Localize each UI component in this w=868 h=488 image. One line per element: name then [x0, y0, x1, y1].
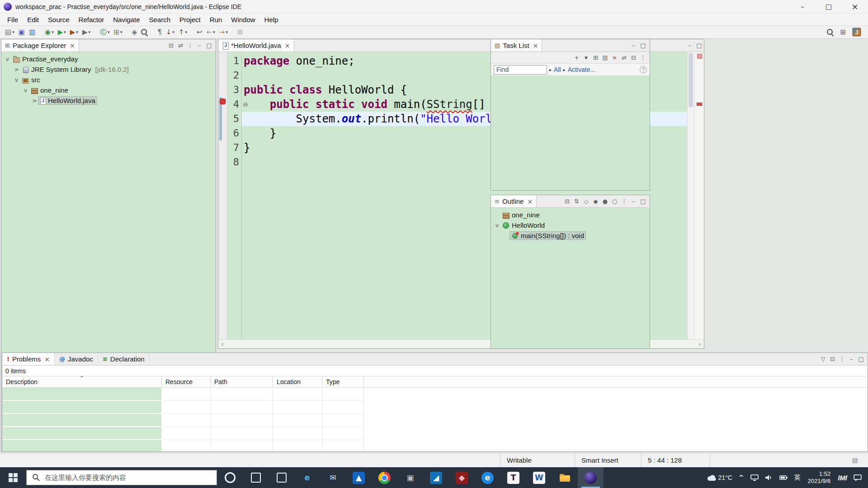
menu-item-window[interactable]: Window	[226, 14, 259, 25]
new-task-caret-icon[interactable]: ▾	[581, 54, 591, 61]
pkg-tree-item-one-nine[interactable]: vone_nine	[1, 85, 216, 95]
toolbar-search-button[interactable]	[826, 27, 835, 38]
tab-declaration[interactable]: ≡Declaration	[98, 353, 150, 365]
outline-item-main-sstring-void[interactable]: main(SString[]) : void	[491, 230, 650, 241]
view-menu-icon[interactable]: ⋮	[619, 198, 629, 205]
next-annotation-button[interactable]: ↓▾	[165, 27, 176, 38]
line-number[interactable]: 7	[227, 141, 241, 155]
maximize-panel-icon[interactable]: □	[638, 198, 648, 205]
line-number[interactable]: 2	[227, 68, 241, 83]
action-center-button[interactable]	[850, 467, 865, 488]
taskbar-app-eclipse[interactable]	[578, 467, 604, 488]
resource-column-header[interactable]: Resource	[162, 376, 211, 387]
hidden-icons-button[interactable]: ^	[736, 467, 747, 488]
open-perspective-button[interactable]: ⊞	[839, 27, 847, 38]
menu-item-navigate[interactable]: Navigate	[108, 14, 144, 25]
close-editor-tab-icon[interactable]: ×	[285, 42, 290, 49]
debug-button[interactable]: ◉▾	[43, 27, 55, 38]
focus-icon[interactable]: ⊡	[828, 356, 837, 362]
tab-javadoc[interactable]: @Javadoc	[55, 353, 98, 365]
taskbar-app-typora[interactable]: T	[500, 467, 526, 488]
maximize-panel-icon[interactable]: □	[856, 356, 866, 362]
line-number[interactable]: 4⊖	[227, 97, 241, 112]
save-button[interactable]: ▣	[17, 27, 26, 38]
close-tab-icon[interactable]: ×	[44, 356, 50, 363]
help-icon[interactable]: ?	[640, 66, 647, 73]
task-list-tab[interactable]: ▤ Task List ×	[491, 39, 542, 52]
new-task-icon[interactable]: +	[572, 54, 581, 61]
overview-status-icon[interactable]	[697, 54, 702, 59]
coverage-button[interactable]: ▶▾	[69, 27, 80, 38]
hide-non-public-icon[interactable]: ●	[600, 198, 610, 205]
ime-button[interactable]: 英	[791, 467, 804, 488]
menu-item-search[interactable]: Search	[144, 14, 175, 25]
taskbar-search-box[interactable]: 在这里输入你要搜索的内容	[26, 470, 217, 485]
taskbar-app-vscode[interactable]: ◢	[423, 467, 449, 488]
pin-editor-button[interactable]: ⊙	[236, 27, 245, 38]
search-button[interactable]	[140, 27, 149, 38]
outline-item-helloworld[interactable]: vHelloWorld	[491, 220, 650, 230]
line-number[interactable]: 1	[227, 54, 241, 68]
menu-item-file[interactable]: File	[3, 14, 23, 25]
hide-static-members-icon[interactable]: ◆	[591, 198, 600, 205]
vertical-scrollbar[interactable]	[687, 52, 694, 339]
menu-item-run[interactable]: Run	[205, 14, 227, 25]
taskbar-app-edge[interactable]: e	[294, 467, 320, 488]
overview-ruler[interactable]	[694, 52, 704, 339]
save-all-button[interactable]: ▥	[28, 27, 37, 38]
chevron-expanded-icon[interactable]: v	[13, 77, 20, 83]
network-button[interactable]	[747, 467, 762, 488]
categorized-icon[interactable]: ⊞	[591, 54, 600, 61]
filter-icon[interactable]: ▽	[818, 356, 828, 362]
previous-annotation-button[interactable]: ↑▾	[177, 27, 189, 38]
task-list-link-activate[interactable]: Activate...	[568, 66, 595, 73]
taskbar-app-browser-sphere[interactable]: e	[475, 467, 500, 488]
external-tools-button[interactable]: ▶▾	[81, 27, 92, 38]
path-column-header[interactable]: Path	[211, 376, 273, 387]
maximize-panel-icon[interactable]: □	[638, 42, 648, 49]
status-right-icon[interactable]: ▤	[852, 456, 858, 464]
editor-tab-helloworld[interactable]: *HelloWorld.java ×	[218, 39, 294, 52]
chevron-expanded-icon[interactable]: v	[22, 87, 29, 94]
maximize-panel-icon[interactable]: □	[204, 42, 214, 49]
chevron-expanded-icon[interactable]: v	[4, 56, 11, 62]
menu-item-source[interactable]: Source	[43, 14, 74, 25]
java-perspective-button[interactable]: J	[851, 27, 863, 38]
collapse-all-icon[interactable]: ⊟	[629, 54, 638, 61]
view-menu-icon[interactable]: ⋮	[638, 54, 648, 61]
link-with-editor-icon[interactable]: ⇄	[176, 42, 185, 49]
new-java-package-button[interactable]: ⊞▾	[112, 27, 123, 38]
minimize-view-icon[interactable]: –	[685, 42, 694, 49]
line-number-gutter[interactable]: 1234⊖5678	[227, 52, 242, 339]
new-wizard-button[interactable]: ▤▾	[4, 27, 16, 38]
collapse-all-icon[interactable]: ⊟	[562, 198, 572, 205]
task-list-link-all[interactable]: All	[554, 66, 561, 73]
fold-collapse-icon[interactable]: ⊖	[243, 97, 248, 112]
taskbar-app-task-view[interactable]	[243, 467, 269, 488]
tab-problems[interactable]: !Problems×	[2, 353, 55, 365]
menu-item-project[interactable]: Project	[175, 14, 205, 25]
menu-item-refactor[interactable]: Refactor	[74, 14, 109, 25]
minimize-panel-icon[interactable]: –	[629, 42, 638, 49]
sort-icon[interactable]: ⇅	[572, 198, 581, 205]
line-number[interactable]: 3	[227, 83, 241, 97]
back-button[interactable]: ←▾	[205, 27, 216, 38]
type-column-header[interactable]: Type	[322, 376, 364, 387]
ime-logo-button[interactable]: lMl	[835, 467, 850, 488]
run-button[interactable]: ▶▾	[57, 27, 67, 38]
taskbar-app-photoshop[interactable]: ◆	[449, 467, 475, 488]
mark-occurrences-button[interactable]: ¶	[156, 27, 163, 38]
taskbar-app-mail[interactable]: ✉	[320, 467, 346, 488]
close-button[interactable]: ×	[842, 0, 868, 13]
close-tab-icon[interactable]: ×	[533, 42, 538, 49]
weather-button[interactable]: 21°C	[703, 467, 736, 488]
chevron-expanded-icon[interactable]: v	[494, 222, 500, 229]
taskbar-app-store[interactable]	[269, 467, 294, 488]
menu-item-edit[interactable]: Edit	[23, 14, 43, 25]
editor-marker-bar[interactable]	[218, 52, 227, 339]
scroll-right-icon[interactable]: ›	[698, 340, 701, 348]
line-number[interactable]: 8	[227, 155, 241, 169]
minimize-panel-icon[interactable]: –	[195, 42, 204, 49]
start-button[interactable]	[0, 467, 26, 488]
filter-icon[interactable]: ×	[610, 54, 619, 61]
